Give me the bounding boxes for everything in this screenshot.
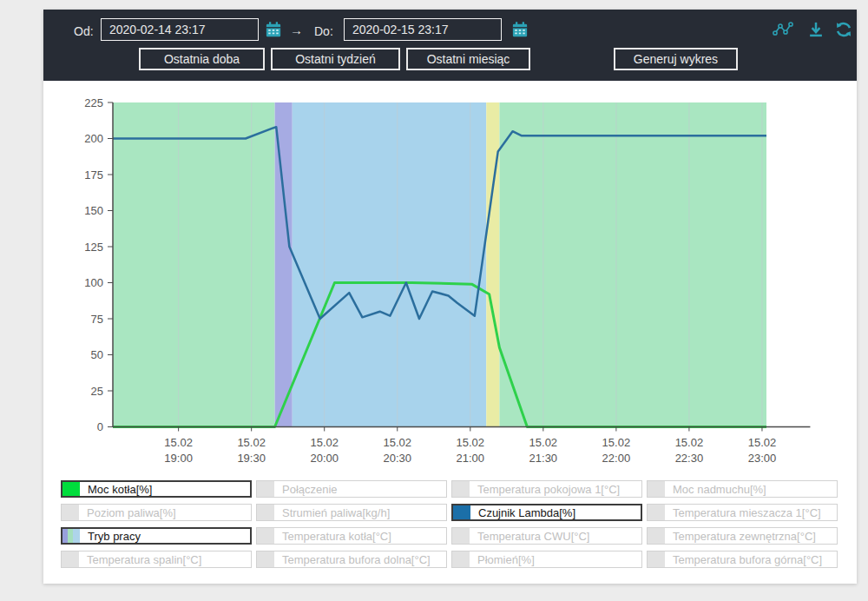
legend-swatch <box>452 551 470 567</box>
svg-text:21:00: 21:00 <box>457 452 485 465</box>
series-legend: Moc kotła[%]PołączenieTemperatura pokojo… <box>61 480 838 568</box>
svg-text:15.02: 15.02 <box>310 436 339 449</box>
legend-item-poziom-paliwa[interactable]: Poziom paliwa[%] <box>61 504 252 521</box>
legend-label: Temperatura zewnętrzna[°C] <box>673 530 816 543</box>
svg-text:15.02: 15.02 <box>237 436 266 449</box>
legend-swatch <box>257 505 274 520</box>
legend-swatch <box>257 481 274 497</box>
legend-item-czujnik-lambda[interactable]: Czujnik Lambda[%] <box>451 504 642 521</box>
scatter-mode-button[interactable] <box>773 20 793 41</box>
legend-swatch <box>62 482 80 496</box>
toolbar: Od: → Do: <box>43 10 857 81</box>
legend-item-moc-nadmuchu[interactable]: Moc nadmuchu[%] <box>647 480 838 498</box>
legend-swatch <box>648 528 665 544</box>
range-arrow: → <box>290 23 303 37</box>
svg-text:15.02: 15.02 <box>457 436 485 449</box>
legend-swatch <box>257 551 274 567</box>
from-date-input[interactable] <box>101 18 259 41</box>
legend-label: Moc nadmuchu[%] <box>673 483 766 496</box>
download-icon <box>807 21 825 38</box>
last-day-button[interactable]: Ostatnia doba <box>139 48 265 70</box>
legend-item-temperatura-cwu-c[interactable]: Temperatura CWU[°C] <box>451 527 642 545</box>
to-calendar-button[interactable] <box>510 20 530 41</box>
legend-item-moc-kot-a[interactable]: Moc kotła[%] <box>61 480 252 498</box>
legend-item-temperatura-zewn-trzna-c[interactable]: Temperatura zewnętrzna[°C] <box>647 527 838 545</box>
to-label: Do: <box>314 24 333 38</box>
from-calendar-button[interactable] <box>263 20 284 41</box>
last-month-button[interactable]: Ostatni miesiąc <box>406 48 530 70</box>
svg-text:15.02: 15.02 <box>602 436 631 449</box>
legend-label: Temperatura bufora górna[°C] <box>673 553 822 566</box>
svg-text:15.02: 15.02 <box>675 436 704 449</box>
legend-label: Temperatura spalin[°C] <box>87 553 201 566</box>
legend-label: Moc kotła[%] <box>88 483 152 496</box>
legend-label: Połączenie <box>282 483 338 496</box>
from-label: Od: <box>74 24 94 38</box>
scatter-plot-icon <box>773 22 793 37</box>
legend-swatch <box>62 551 79 567</box>
legend-swatch <box>453 505 470 519</box>
legend-label: Poziom paliwa[%] <box>87 506 176 519</box>
legend-label: Płomień[%] <box>477 553 535 566</box>
svg-text:175: 175 <box>84 168 103 182</box>
legend-swatch <box>62 529 80 543</box>
generate-chart-button[interactable]: Generuj wykres <box>614 48 738 70</box>
svg-text:21:30: 21:30 <box>529 452 558 465</box>
svg-text:150: 150 <box>84 204 103 217</box>
calendar-icon <box>265 21 282 38</box>
legend-label: Czujnik Lambda[%] <box>478 506 575 519</box>
legend-swatch <box>257 528 274 544</box>
boiler-history-chart: 025507510012515017520022515.0219:0015.02… <box>52 94 825 480</box>
tryb-pracy-purple <box>275 102 293 427</box>
legend-swatch <box>648 481 665 497</box>
legend-label: Temperatura kotła[°C] <box>282 530 391 543</box>
svg-text:19:00: 19:00 <box>164 452 193 465</box>
svg-text:25: 25 <box>91 385 103 398</box>
tryb-pracy-blue <box>293 102 487 427</box>
legend-swatch <box>648 505 665 520</box>
download-button[interactable] <box>806 20 826 41</box>
svg-text:125: 125 <box>84 241 103 254</box>
svg-text:22:00: 22:00 <box>602 452 631 465</box>
refresh-button[interactable] <box>833 20 854 41</box>
legend-swatch <box>62 505 79 520</box>
svg-text:225: 225 <box>84 96 103 109</box>
svg-text:15.02: 15.02 <box>164 436 193 449</box>
last-week-button[interactable]: Ostatni tydzień <box>271 48 400 70</box>
legend-item-temperatura-pokojowa-1-c[interactable]: Temperatura pokojowa 1[°C] <box>451 480 642 498</box>
legend-item-temperatura-bufora-dolna-c[interactable]: Temperatura bufora dolna[°C] <box>256 551 447 568</box>
legend-label: Temperatura mieszacza 1[°C] <box>673 506 821 519</box>
svg-text:23:00: 23:00 <box>748 452 777 465</box>
legend-label: Temperatura bufora dolna[°C] <box>282 553 431 566</box>
legend-swatch <box>452 528 470 544</box>
legend-item-temperatura-kot-a-c[interactable]: Temperatura kotła[°C] <box>256 527 447 545</box>
legend-item-temperatura-bufora-g-rna-c[interactable]: Temperatura bufora górna[°C] <box>647 551 838 568</box>
svg-text:20:30: 20:30 <box>383 452 411 465</box>
to-date-input[interactable] <box>344 18 502 41</box>
legend-item-tryb-pracy[interactable]: Tryb pracy <box>61 527 252 545</box>
svg-text:15.02: 15.02 <box>529 436 558 449</box>
legend-item-temperatura-spalin-c[interactable]: Temperatura spalin[°C] <box>61 551 252 568</box>
svg-text:50: 50 <box>91 348 103 361</box>
legend-label: Tryb pracy <box>88 530 141 543</box>
svg-text:15.02: 15.02 <box>748 436 777 449</box>
main-panel: Od: → Do: <box>43 10 857 584</box>
svg-text:15.02: 15.02 <box>383 436 411 449</box>
svg-text:0: 0 <box>97 420 103 433</box>
svg-text:100: 100 <box>84 276 103 289</box>
legend-item-temperatura-mieszacza-1-c[interactable]: Temperatura mieszacza 1[°C] <box>647 504 838 521</box>
svg-text:200: 200 <box>84 132 103 145</box>
tryb-pracy-green-2 <box>499 102 766 427</box>
svg-text:75: 75 <box>91 313 103 326</box>
legend-item-strumie-paliwa-kg-h[interactable]: Strumień paliwa[kg/h] <box>256 504 447 521</box>
svg-text:19:30: 19:30 <box>237 452 266 465</box>
tryb-pracy-green <box>113 102 275 427</box>
refresh-icon <box>835 21 852 38</box>
legend-item-p-omie[interactable]: Płomień[%] <box>451 551 642 568</box>
legend-swatch <box>648 551 665 567</box>
legend-item-po-czenie[interactable]: Połączenie <box>256 480 447 498</box>
svg-text:20:00: 20:00 <box>310 452 339 465</box>
legend-swatch <box>452 481 470 497</box>
calendar-icon <box>511 21 529 38</box>
legend-label: Temperatura CWU[°C] <box>477 530 589 543</box>
